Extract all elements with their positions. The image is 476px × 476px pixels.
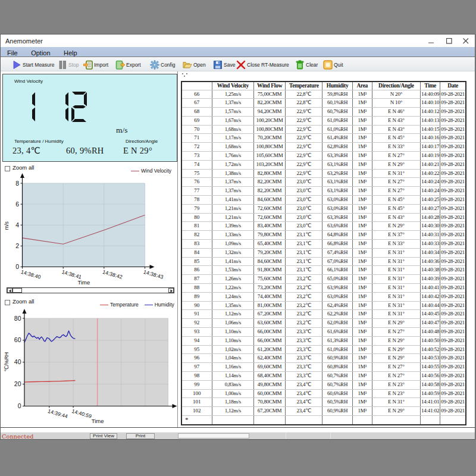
table-cell[interactable]: 23,3℃ bbox=[286, 363, 322, 372]
table-cell[interactable] bbox=[352, 415, 372, 424]
table-cell[interactable]: 22,8℃ bbox=[286, 99, 322, 108]
table-cell[interactable]: 60,00CMM bbox=[253, 389, 285, 398]
table-cell[interactable]: 1M³ bbox=[352, 99, 372, 108]
table-cell[interactable]: 22,9℃ bbox=[286, 169, 322, 178]
chart-scrollbar[interactable] bbox=[7, 287, 174, 293]
table-cell[interactable]: 72,60CMM bbox=[253, 213, 285, 222]
table-cell[interactable]: E N 31° bbox=[372, 257, 420, 266]
table-cell[interactable]: 67,4%RH bbox=[322, 248, 352, 257]
table-cell[interactable]: 83,40CMM bbox=[253, 222, 285, 231]
table-cell[interactable]: 09-28-2021 bbox=[440, 266, 466, 275]
row-header[interactable]: 72 bbox=[181, 143, 212, 152]
table-cell[interactable]: 1,00m/s bbox=[212, 389, 253, 398]
table-cell[interactable]: 63,0%RH bbox=[322, 292, 352, 301]
table-cell[interactable]: 1,10m/s bbox=[212, 336, 253, 345]
row-header[interactable]: 66 bbox=[181, 90, 212, 99]
row-header[interactable]: 75 bbox=[181, 169, 212, 178]
row-header[interactable]: 77 bbox=[181, 187, 212, 196]
table-cell[interactable]: 09-28-2021 bbox=[440, 143, 466, 152]
table-cell[interactable]: 14:40:09 bbox=[421, 90, 440, 99]
open-button[interactable]: Open bbox=[183, 59, 206, 70]
table-cell[interactable]: 23,0℃ bbox=[286, 222, 322, 231]
table-cell[interactable]: 14:40:21 bbox=[421, 160, 440, 169]
table-cell[interactable] bbox=[322, 415, 352, 424]
table-cell[interactable]: 1,14m/s bbox=[212, 372, 253, 381]
table-cell[interactable]: 14:40:50 bbox=[421, 336, 440, 345]
table-cell[interactable]: 70,20CMM bbox=[253, 134, 285, 143]
table-cell[interactable]: N 10° bbox=[372, 99, 420, 108]
table-cell[interactable]: 1,06m/s bbox=[212, 319, 253, 328]
table-cell[interactable]: 1M³ bbox=[352, 310, 372, 319]
table-cell[interactable]: 0,83m/s bbox=[212, 380, 253, 389]
table-cell[interactable]: E N 27° bbox=[372, 372, 420, 381]
table-cell[interactable]: 1,21m/s bbox=[212, 213, 253, 222]
table-cell[interactable]: E N 29° bbox=[372, 336, 420, 345]
row-header[interactable]: 87 bbox=[181, 275, 212, 284]
table-cell[interactable]: 23,3℃ bbox=[286, 328, 322, 337]
table-cell[interactable]: 82,20CMM bbox=[253, 187, 285, 196]
table-cell[interactable]: E N 31° bbox=[372, 284, 420, 293]
table-cell[interactable]: 66,8%RH bbox=[322, 240, 352, 249]
row-header[interactable]: 74 bbox=[181, 160, 212, 169]
stop-button[interactable]: Stop bbox=[58, 59, 79, 70]
table-cell[interactable]: E N 27° bbox=[372, 363, 420, 372]
row-header[interactable]: 93 bbox=[181, 328, 212, 337]
table-cell[interactable]: 09-28-2021 bbox=[440, 363, 466, 372]
table-cell[interactable]: 14:40:15 bbox=[421, 125, 440, 134]
table-cell[interactable]: E N 27° bbox=[372, 187, 420, 196]
table-cell[interactable]: 1,41m/s bbox=[212, 196, 253, 205]
table-cell[interactable]: 23,1℃ bbox=[286, 231, 322, 240]
table-cell[interactable]: 72,60CMM bbox=[253, 204, 285, 213]
table-cell[interactable]: 14:40:10 bbox=[421, 99, 440, 108]
table-cell[interactable]: E N 31° bbox=[372, 292, 420, 301]
table-cell[interactable]: 63,9%RH bbox=[322, 284, 352, 293]
table-cell[interactable]: 70,80CMM bbox=[253, 398, 285, 407]
table-cell[interactable]: 1,39m/s bbox=[212, 222, 253, 231]
table-cell[interactable]: 23,2℃ bbox=[286, 284, 322, 293]
row-header[interactable]: 83 bbox=[181, 240, 212, 249]
table-cell[interactable]: 94,20CMM bbox=[253, 108, 285, 117]
menu-file[interactable]: File bbox=[3, 48, 22, 57]
table-cell[interactable]: 23,4℃ bbox=[286, 380, 322, 389]
table-cell[interactable]: E N 31° bbox=[372, 248, 420, 257]
clear-button[interactable]: Clear bbox=[295, 59, 318, 70]
table-cell[interactable]: 1M³ bbox=[352, 213, 372, 222]
table-cell[interactable]: 62,0%RH bbox=[322, 319, 352, 328]
table-cell[interactable]: E N 43° bbox=[372, 213, 420, 222]
table-cell[interactable]: N 20° bbox=[372, 90, 420, 99]
table-cell[interactable]: 1M³ bbox=[352, 407, 372, 416]
table-cell[interactable]: 1,76m/s bbox=[212, 152, 253, 161]
table-cell[interactable]: 14:40:55 bbox=[421, 363, 440, 372]
row-header[interactable]: 80 bbox=[181, 213, 212, 222]
table-cell[interactable]: 23,1℃ bbox=[286, 257, 322, 266]
table-cell[interactable]: 62,8%RH bbox=[322, 143, 352, 152]
table-cell[interactable]: 09-28-2021 bbox=[440, 204, 466, 213]
table-cell[interactable]: 60,7%RH bbox=[322, 372, 352, 381]
row-header[interactable]: 88 bbox=[181, 284, 212, 293]
table-cell[interactable]: 14:40:22 bbox=[421, 169, 440, 178]
table-cell[interactable]: 60,6%RH bbox=[322, 389, 352, 398]
table-cell[interactable]: 14:40:41 bbox=[421, 284, 440, 293]
table-cell[interactable] bbox=[372, 415, 420, 424]
table-cell[interactable]: 1M³ bbox=[352, 284, 372, 293]
table-cell[interactable]: 14:40:36 bbox=[421, 257, 440, 266]
column-header[interactable]: Direction/Angle bbox=[372, 82, 420, 90]
table-cell[interactable]: 63,3%RH bbox=[322, 213, 352, 222]
table-cell[interactable]: 63,1%RH bbox=[322, 160, 352, 169]
table-cell[interactable]: 1M³ bbox=[352, 152, 372, 161]
table-cell[interactable]: 23,3℃ bbox=[286, 336, 322, 345]
row-header[interactable]: 101 bbox=[181, 398, 212, 407]
table-cell[interactable]: 23,4℃ bbox=[286, 398, 322, 407]
table-cell[interactable]: 1,26m/s bbox=[212, 275, 253, 284]
table-cell[interactable]: 14:40:53 bbox=[421, 354, 440, 363]
row-header[interactable]: 81 bbox=[181, 222, 212, 231]
table-cell[interactable]: 1M³ bbox=[352, 90, 372, 99]
table-cell[interactable]: 14:40:52 bbox=[421, 345, 440, 354]
table-cell[interactable]: 1M³ bbox=[352, 222, 372, 231]
table-cell[interactable]: 60,8%RH bbox=[322, 363, 352, 372]
table-cell[interactable]: 74,40CMM bbox=[253, 292, 285, 301]
table-cell[interactable]: 09-28-2021 bbox=[440, 213, 466, 222]
table-cell[interactable]: 61,0%RH bbox=[322, 125, 352, 134]
table-cell[interactable]: 61,4%RH bbox=[322, 134, 352, 143]
table-cell[interactable]: 1,24m/s bbox=[212, 292, 253, 301]
